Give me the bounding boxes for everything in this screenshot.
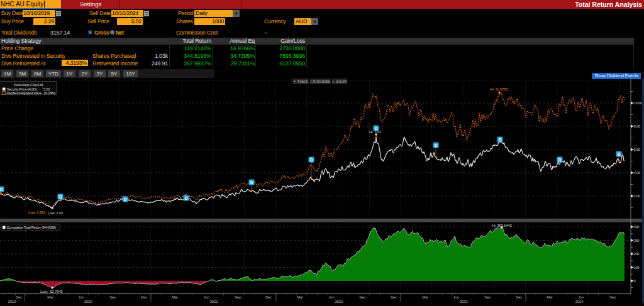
svg-text:Dec: Dec (141, 295, 147, 299)
svg-text:Security Price (AUD): Security Price (AUD) (7, 87, 37, 91)
svg-text:Low: 1.081: Low: 1.081 (28, 210, 46, 214)
svg-text:Dividend Adjusted Value: Dividend Adjusted Value (7, 91, 42, 95)
svg-text:Sep: Sep (235, 295, 242, 299)
svg-text:2024: 2024 (575, 300, 584, 303)
svg-text:Sep: Sep (484, 295, 491, 299)
svg-text:Sep: Sep (359, 295, 366, 299)
svg-text:0: 0 (634, 279, 636, 283)
svg-text:Jun: Jun (203, 295, 209, 299)
svg-text:6.00: 6.00 (634, 148, 640, 151)
svg-text:Jun: Jun (578, 295, 584, 299)
svg-text:Mar: Mar (422, 295, 428, 299)
svg-text:D: D (59, 195, 62, 199)
svg-text:Dec: Dec (265, 295, 272, 299)
svg-text:D: D (185, 196, 188, 200)
svg-text:D: D (618, 152, 621, 156)
svg-text:Dec: Dec (516, 295, 522, 299)
svg-text:D: D (250, 180, 253, 185)
svg-text:2019: 2019 (8, 300, 16, 303)
svg-text:10.1864: 10.1864 (43, 91, 56, 95)
svg-text:D: D (124, 197, 127, 202)
svg-text:Sep: Sep (109, 295, 116, 299)
svg-text:Cumulative Total Return 344.81: Cumulative Total Return 344.8196 (7, 226, 56, 229)
svg-text:New Hope Corp Ltd: New Hope Corp Ltd (14, 83, 43, 87)
svg-text:400: 400 (634, 225, 640, 229)
svg-text:200: 200 (634, 252, 640, 256)
svg-text:100: 100 (634, 266, 640, 270)
svg-text:8.00: 8.00 (634, 124, 640, 128)
svg-text:2021: 2021 (210, 300, 218, 303)
svg-text:5.02: 5.02 (43, 87, 50, 91)
svg-text:Mar: Mar (172, 295, 178, 299)
svg-text:Mar: Mar (297, 295, 303, 299)
svg-text:D: D (375, 126, 378, 131)
svg-text:D: D (0, 187, 3, 192)
svg-text:4.00: 4.00 (634, 171, 640, 175)
svg-text:Low: 1.02: Low: 1.02 (48, 211, 64, 215)
svg-text:Hi: 11.0755: Hi: 11.0755 (490, 87, 508, 91)
svg-text:D: D (499, 138, 502, 142)
svg-text:2023: 2023 (460, 300, 468, 303)
svg-text:Dec: Dec (16, 295, 22, 299)
svg-text:D: D (435, 143, 438, 148)
svg-text:2022: 2022 (335, 300, 343, 303)
svg-text:Low: -52.7949: Low: -52.7949 (40, 290, 63, 293)
svg-text:2.00: 2.00 (634, 194, 640, 198)
svg-text:Dec: Dec (391, 295, 397, 299)
svg-text:Jun: Jun (453, 295, 458, 299)
svg-text:Jun: Jun (78, 295, 84, 299)
svg-text:2020: 2020 (84, 300, 92, 303)
svg-text:300: 300 (634, 239, 640, 243)
svg-text:Mar: Mar (547, 295, 553, 299)
svg-text:Mar: Mar (47, 295, 53, 299)
svg-text:Sep: Sep (609, 295, 616, 299)
svg-text:Jun: Jun (328, 295, 334, 299)
svg-text:10.00: 10.00 (634, 101, 642, 105)
svg-text:D: D (310, 158, 313, 162)
svg-text:D: D (558, 158, 562, 162)
